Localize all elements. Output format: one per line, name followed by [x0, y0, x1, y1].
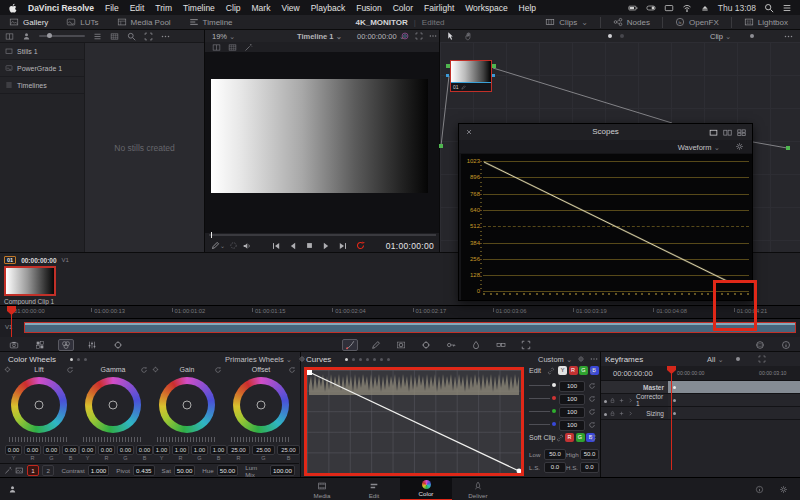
curves-page-dots[interactable] [345, 358, 390, 361]
tab-openfx[interactable]: fxOpenFX [662, 17, 731, 28]
node-key-input-dot[interactable] [446, 74, 449, 77]
menu-mark[interactable]: Mark [252, 3, 271, 13]
tab-media-pool[interactable]: Media Pool [108, 15, 180, 29]
wheel-value-box[interactable]: 1.00 [153, 445, 170, 455]
gallery-expand-icon[interactable] [144, 32, 153, 41]
channel-slider[interactable] [529, 398, 550, 399]
timeline-ruler[interactable]: 01:00:00:0001:00:00:1301:00:01:0201:00:0… [0, 305, 800, 319]
go-to-end-button[interactable] [338, 241, 348, 251]
key-icon[interactable] [443, 339, 459, 351]
corrector-node[interactable]: 01 [450, 60, 492, 92]
wheel-gamma[interactable] [85, 377, 141, 433]
menu-timeline[interactable]: Timeline [183, 3, 215, 13]
wheel-value-box[interactable]: 1.00 [172, 445, 189, 455]
wheel-value-box[interactable]: 25.00 [227, 445, 250, 455]
channel-reset-icon[interactable] [588, 382, 596, 390]
wheel-value-box[interactable]: 0.00 [5, 445, 22, 455]
add-keyframe-icon[interactable] [618, 410, 625, 417]
keyframe-marker[interactable] [673, 412, 676, 415]
keyframes-zoom-slider[interactable] [736, 357, 740, 361]
menu-help[interactable]: Help [519, 3, 536, 13]
custom-curve-graph[interactable] [304, 367, 524, 476]
channel-reset-icon[interactable] [588, 421, 596, 429]
wheels-settings-icon[interactable] [298, 355, 306, 363]
project-manager-icon[interactable] [755, 485, 764, 494]
node-key-output-dot[interactable] [492, 74, 495, 77]
expand-chevron-icon[interactable] [627, 410, 634, 417]
page-tab-deliver[interactable]: Deliver [452, 478, 504, 500]
add-keyframe-icon[interactable] [618, 397, 625, 404]
scopes-dual-layout-icon[interactable] [723, 128, 732, 137]
sizing-icon[interactable] [518, 339, 534, 351]
channel-value-box[interactable]: 100 [559, 407, 585, 418]
wheel-lift[interactable] [11, 377, 67, 433]
channel-reset-icon[interactable] [588, 395, 596, 403]
color-wheels-icon[interactable] [58, 339, 74, 351]
wheel-value-box[interactable]: 0.00 [43, 445, 60, 455]
enable-dot-icon[interactable] [604, 400, 607, 403]
gallery-sort-icon[interactable] [93, 32, 102, 41]
gallery-search-icon[interactable] [127, 32, 136, 41]
adjust-value-pivot[interactable]: 0.435 [133, 465, 154, 476]
play-button[interactable] [321, 241, 331, 251]
tab-timeline[interactable]: Timeline [180, 15, 242, 29]
viewer-zoom[interactable]: 19% ⌄ [212, 32, 235, 41]
adjust-value-sat[interactable]: 50.00 [174, 465, 195, 476]
soft-clip-link-icon[interactable] [556, 434, 564, 442]
viewer-canvas[interactable] [205, 52, 439, 233]
waveform-scope[interactable]: 10238967686405123842561280 [461, 154, 752, 300]
menu-fairlight[interactable]: Fairlight [424, 3, 454, 13]
display-icon[interactable] [664, 3, 674, 13]
adjust-value-hue[interactable]: 50.00 [217, 465, 238, 476]
wheel-offset[interactable] [233, 377, 289, 433]
scopes-single-layout-icon[interactable] [709, 128, 718, 137]
gallery-view-icon[interactable] [5, 32, 14, 41]
menu-playback[interactable]: Playback [311, 3, 346, 13]
wheel-value-box[interactable]: 0.00 [117, 445, 134, 455]
lock-icon[interactable] [609, 410, 616, 417]
keyframe-marker[interactable] [673, 386, 676, 389]
tab-clips[interactable]: Clips⌄ [533, 17, 599, 28]
adjust-value-contrast[interactable]: 1.000 [88, 465, 109, 476]
node-rgb-output-dot[interactable] [492, 64, 496, 68]
keyframe-marker[interactable] [673, 399, 676, 402]
soft-clip-field-value[interactable]: 0.0 [580, 462, 599, 473]
tab-gallery[interactable]: Gallery [0, 15, 57, 29]
scopes-quad-layout-icon[interactable] [737, 128, 746, 137]
tracker-icon[interactable] [418, 339, 434, 351]
notification-list-icon[interactable] [782, 3, 792, 13]
color-match-icon[interactable] [32, 339, 48, 351]
output-connector-dot[interactable] [786, 146, 790, 150]
keyframe-lane[interactable] [668, 407, 800, 419]
keyframes-filter-select[interactable]: All ⌄ [707, 352, 766, 366]
channel-value-box[interactable]: 100 [559, 420, 585, 431]
wheel-reset-icon[interactable] [140, 366, 148, 374]
grid-mode-icon[interactable] [228, 43, 237, 52]
channel-reset-icon[interactable] [588, 408, 596, 416]
wheels-page-dots[interactable] [70, 358, 87, 361]
soft-clip-field-value[interactable]: 50.0 [544, 449, 566, 460]
node-options-icon[interactable] [784, 32, 793, 41]
scope-mode-select[interactable]: Waveform ⌄ [678, 143, 720, 152]
control-center-icon[interactable] [646, 3, 656, 13]
wheel-puck[interactable] [257, 401, 266, 410]
keyframe-row-sizing[interactable]: Sizing [601, 407, 800, 420]
play-reverse-button[interactable] [288, 241, 298, 251]
audio-mute-icon[interactable] [242, 241, 252, 251]
node-rgb-input-dot[interactable] [446, 64, 450, 68]
tab-luts[interactable]: LUTs [57, 15, 107, 29]
qualifier-icon[interactable] [368, 339, 384, 351]
enable-dot-icon[interactable] [604, 413, 607, 416]
channel-slider[interactable] [529, 385, 550, 386]
eject-icon[interactable] [700, 3, 710, 13]
wifi-icon[interactable] [682, 3, 692, 13]
wheel-value-box[interactable]: 25.00 [277, 445, 300, 455]
wipe-mode-icon[interactable] [212, 43, 221, 52]
menu-view[interactable]: View [281, 3, 299, 13]
node-select-tool-icon[interactable] [446, 31, 455, 41]
curves-icon[interactable] [342, 339, 358, 351]
edit-channel-g-button[interactable]: G [579, 366, 588, 375]
gallery-content[interactable]: No stills created [85, 43, 204, 252]
channel-slider[interactable] [529, 411, 550, 412]
gallery-item-stills-1[interactable]: Stills 1 [0, 43, 84, 60]
